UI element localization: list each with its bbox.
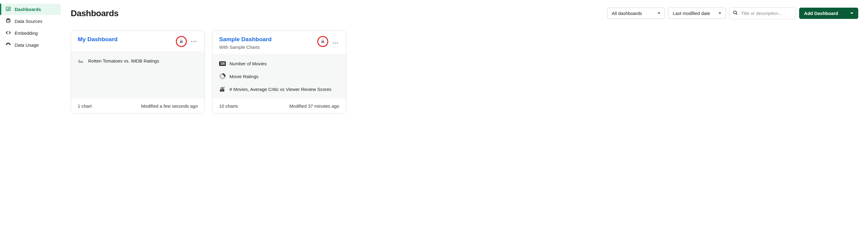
svg-rect-1 xyxy=(7,9,8,10)
add-button-label: Add Dashboard xyxy=(804,11,838,16)
filter-label: All dashboards xyxy=(612,11,642,16)
card-title[interactable]: Sample Dashboard xyxy=(219,36,314,43)
sidebar-item-data-usage[interactable]: Data Usage xyxy=(0,39,61,51)
card-more-menu[interactable] xyxy=(190,38,198,44)
page-title: Dashboards xyxy=(71,8,604,18)
content-label: Movie Ratings xyxy=(229,74,258,79)
svg-point-4 xyxy=(6,19,10,20)
content-label: Number of Movies xyxy=(229,61,267,66)
lock-icon xyxy=(179,39,184,44)
code-icon xyxy=(5,30,11,36)
search-icon xyxy=(733,10,738,16)
chevron-down-icon xyxy=(657,12,660,14)
card-more-menu[interactable] xyxy=(331,40,339,46)
card-content-row[interactable]: # Movies, Average Critic vs Viewer Revie… xyxy=(212,83,346,95)
svg-point-5 xyxy=(734,11,736,14)
chevron-down-icon xyxy=(718,12,721,14)
main-content: Dashboards All dashboards Last modified … xyxy=(61,0,868,238)
sidebar-item-label: Data Usage xyxy=(14,42,39,48)
svg-line-6 xyxy=(736,13,737,14)
svg-rect-11 xyxy=(220,90,221,92)
lock-indicator[interactable] xyxy=(317,36,328,47)
sidebar-item-data-sources[interactable]: Data Sources xyxy=(0,16,61,27)
content-label: Rotten Tomatoes vs. IMDB Ratings xyxy=(88,58,159,63)
page-header: Dashboards All dashboards Last modified … xyxy=(71,7,858,19)
modified-text: Modified a few seconds ago xyxy=(141,103,198,109)
metric-icon: 100 xyxy=(219,60,226,67)
svg-rect-13 xyxy=(223,89,224,92)
chevron-down-icon xyxy=(850,12,854,14)
sort-dropdown[interactable]: Last modified date xyxy=(668,8,726,19)
lock-icon xyxy=(321,39,325,44)
card-content-row[interactable]: 100 Number of Movies xyxy=(212,57,346,70)
card-title[interactable]: My Dashboard xyxy=(78,36,173,43)
dashboard-card: My Dashboard Rotten Tomatoes vs. xyxy=(71,30,205,114)
sort-label: Last modified date xyxy=(673,11,710,16)
svg-rect-12 xyxy=(222,88,223,91)
dashboard-card: Sample Dashboard With Sample Charts 100 … xyxy=(212,30,346,114)
sidebar-item-label: Dashboards xyxy=(14,7,41,12)
sidebar-item-label: Embedding xyxy=(14,31,38,36)
card-foot: 1 chart Modified a few seconds ago xyxy=(71,98,205,114)
filter-dropdown[interactable]: All dashboards xyxy=(607,8,665,19)
donut-chart-icon xyxy=(219,73,226,80)
card-content-row[interactable]: Movie Ratings xyxy=(212,70,346,83)
gauge-icon xyxy=(5,42,11,48)
modified-text: Modified 37 minutes ago xyxy=(289,103,339,109)
bar-chart-icon xyxy=(5,6,11,12)
combo-chart-icon xyxy=(219,86,226,92)
chart-count: 10 charts xyxy=(219,103,238,109)
sidebar-item-dashboards[interactable]: Dashboards xyxy=(0,4,61,15)
card-head: My Dashboard xyxy=(71,31,205,51)
card-content-row[interactable]: Rotten Tomatoes vs. IMDB Ratings xyxy=(71,54,205,67)
card-body: Rotten Tomatoes vs. IMDB Ratings xyxy=(71,51,205,98)
card-foot: 10 charts Modified 37 minutes ago xyxy=(212,98,346,114)
card-head: Sample Dashboard With Sample Charts xyxy=(212,31,346,54)
sidebar-item-embedding[interactable]: Embedding xyxy=(0,27,61,39)
lock-indicator[interactable] xyxy=(176,36,187,47)
dashboard-cards: My Dashboard Rotten Tomatoes vs. xyxy=(71,30,858,114)
search-box[interactable] xyxy=(729,7,796,19)
svg-rect-2 xyxy=(8,8,8,10)
search-input[interactable] xyxy=(740,10,792,16)
svg-rect-3 xyxy=(9,8,9,10)
add-dashboard-button[interactable]: Add Dashboard xyxy=(799,8,858,19)
sidebar: Dashboards Data Sources Embedding Data U… xyxy=(0,0,61,238)
card-body: 100 Number of Movies Movie Ratings # Mov… xyxy=(212,54,346,98)
card-subtitle: With Sample Charts xyxy=(219,44,314,50)
sidebar-item-label: Data Sources xyxy=(14,19,42,24)
chart-count: 1 chart xyxy=(78,103,92,109)
database-icon xyxy=(5,18,11,24)
bar-chart-icon xyxy=(78,57,85,64)
content-label: # Movies, Average Critic vs Viewer Revie… xyxy=(229,87,332,92)
